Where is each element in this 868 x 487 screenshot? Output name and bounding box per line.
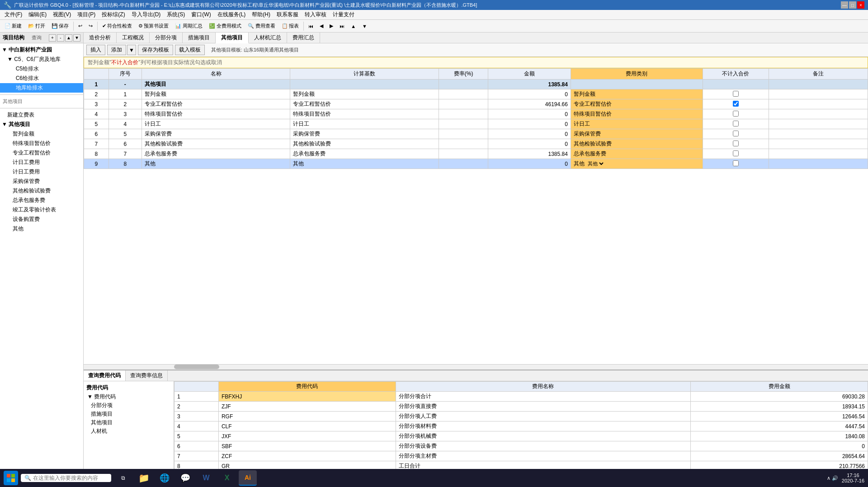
toolbar-full-fee[interactable]: 💹 全费用模式 — [206, 21, 244, 31]
menu-project[interactable]: 项目(P) — [75, 10, 98, 19]
notinclude-checkbox[interactable] — [733, 111, 739, 117]
tree-node-new-fee[interactable]: 新建立费表 — [0, 110, 83, 120]
toolbar-next-next[interactable]: ⏭ — [337, 22, 347, 30]
tree-node-daywork[interactable]: 计日工费用 — [0, 158, 83, 167]
tab-fee-summary[interactable]: 费用汇总 — [287, 33, 320, 43]
menu-importexport[interactable]: 导入导出(D) — [129, 10, 164, 19]
toolbar-next[interactable]: ▶ — [327, 22, 336, 30]
tree-node-test-fee[interactable]: 其他检验试验费 — [0, 186, 83, 196]
toolbar-prev[interactable]: ◀ — [317, 22, 326, 30]
cell-notinclude[interactable] — [703, 139, 769, 149]
tree-node-c5c6[interactable]: ▼ C5、C6厂房及地库 — [0, 55, 83, 64]
tab-cost-analysis[interactable]: 造价分析 — [84, 33, 117, 43]
menu-edit[interactable]: 编辑(E) — [26, 10, 49, 19]
cell-category[interactable]: 采购保管费 — [571, 129, 703, 139]
toolbar-up[interactable]: ▲ — [348, 22, 359, 30]
up-btn[interactable]: ▲ — [65, 34, 72, 42]
notinclude-checkbox[interactable] — [733, 131, 739, 136]
notinclude-checkbox[interactable] — [733, 160, 739, 166]
close-button[interactable]: × — [857, 1, 864, 9]
taskbar-wechat[interactable]: 💬 — [176, 471, 194, 485]
menu-online[interactable]: 在线服务(L) — [215, 10, 249, 19]
horizontal-scrollbar[interactable] — [84, 364, 868, 370]
menu-file[interactable]: 文件(F) — [2, 10, 25, 19]
toolbar-report[interactable]: 📋 报表 — [279, 21, 302, 31]
fee-tree-root[interactable]: ▼ 费用代码 — [85, 393, 172, 401]
notinclude-checkbox[interactable] — [733, 140, 739, 146]
tree-node-completion[interactable]: 竣工及零验计价表 — [0, 205, 83, 215]
add-arrow[interactable]: ▼ — [127, 45, 136, 55]
notinclude-checkbox[interactable] — [733, 91, 739, 97]
tree-node-root[interactable]: ▼ 中白新材料产业园 — [0, 45, 83, 55]
toolbar-new[interactable]: 📄新建 — [2, 21, 24, 31]
toolbar-budget-settings[interactable]: ⚙ 预算书设置 — [136, 21, 171, 31]
category-dropdown[interactable]: 其他 — [586, 160, 605, 167]
taskbar-fileexplorer[interactable]: 📁 — [135, 471, 153, 485]
taskbar-excel[interactable]: X — [218, 471, 236, 485]
tree-node-equipment[interactable]: 设备购置费 — [0, 215, 83, 224]
start-button[interactable] — [4, 471, 18, 485]
tab-query-fee-code[interactable]: 查询费用代码 — [84, 370, 126, 381]
cell-category[interactable]: 专业工程暂估价 — [571, 99, 703, 109]
load-template-btn[interactable]: 载入模板 — [175, 45, 205, 55]
cell-category[interactable]: 其他 其他 — [571, 159, 703, 169]
collapse-btn[interactable]: - — [57, 34, 64, 42]
cell-notinclude[interactable] — [703, 129, 769, 139]
taskbar-gbq[interactable]: Ai — [239, 470, 257, 486]
toolbar-open[interactable]: 📂打开 — [25, 21, 48, 31]
tab-labor-material[interactable]: 人材机汇总 — [249, 33, 287, 43]
taskbar-word[interactable]: W — [197, 471, 215, 485]
down-btn[interactable]: ▼ — [73, 34, 80, 42]
tab-query-fee-rate[interactable]: 查询费率信息 — [126, 370, 168, 381]
toolbar-period-summary[interactable]: 📊 周期汇总 — [172, 21, 205, 31]
cell-notinclude[interactable] — [703, 99, 769, 109]
tab-measures[interactable]: 措施项目 — [183, 33, 216, 43]
tree-node-c5drain[interactable]: C5给排水 — [0, 64, 83, 74]
save-template-btn[interactable]: 保存为模板 — [138, 45, 173, 55]
tree-node-general-contract[interactable]: 总承包服务费 — [0, 196, 83, 205]
tree-node-other-item[interactable]: 其他 — [0, 224, 83, 234]
cell-category[interactable]: 其他检验试验费 — [571, 139, 703, 149]
fee-tree-measures[interactable]: 措施项目 — [85, 410, 172, 418]
notinclude-checkbox[interactable] — [733, 121, 739, 126]
tree-node-c6drain[interactable]: C6给排水 — [0, 74, 83, 83]
fee-tree-labor[interactable]: 人材机 — [85, 427, 172, 435]
minimize-button[interactable]: — — [841, 1, 848, 9]
notinclude-checkbox[interactable] — [733, 150, 739, 156]
toolbar-down[interactable]: ▼ — [359, 22, 370, 30]
menu-window[interactable]: 窗口(W) — [189, 10, 213, 19]
insert-btn[interactable]: 插入 — [86, 45, 105, 55]
maximize-button[interactable]: □ — [849, 1, 856, 9]
tree-node-special-est[interactable]: 特殊项目暂估价 — [0, 139, 83, 148]
cell-notinclude[interactable] — [703, 149, 769, 159]
toolbar-undo[interactable]: ↩ — [75, 22, 85, 30]
tree-node-pro-est[interactable]: 专业工程暂估价 — [0, 148, 83, 158]
menu-tender[interactable]: 投标综(Z) — [99, 10, 127, 19]
toolbar-compliance[interactable]: ✔ 符合性检查 — [99, 21, 135, 31]
tab-project-overview[interactable]: 工程概况 — [117, 33, 150, 43]
menu-review[interactable]: 转入审核 — [302, 10, 329, 19]
cell-category[interactable]: 计日工 — [571, 119, 703, 129]
taskbar-edge[interactable]: 🌐 — [156, 471, 174, 485]
cell-notinclude[interactable] — [703, 119, 769, 129]
toolbar-save[interactable]: 💾保存 — [49, 21, 71, 31]
expand-btn[interactable]: + — [49, 34, 56, 42]
tab-sections[interactable]: 分部分项 — [150, 33, 183, 43]
menu-view[interactable]: 视图(V) — [50, 10, 74, 19]
fee-tree-sections[interactable]: 分部分项 — [85, 401, 172, 410]
scrollbar-thumb[interactable] — [174, 365, 219, 369]
toolbar-redo[interactable]: ↪ — [86, 22, 95, 30]
cell-category[interactable]: 总承包服务费 — [571, 149, 703, 159]
menu-contact[interactable]: 联系客服 — [274, 10, 301, 19]
notinclude-checkbox[interactable] — [733, 101, 739, 107]
taskbar-taskview[interactable]: ⧉ — [114, 471, 132, 485]
menu-measure[interactable]: 计量支付 — [330, 10, 357, 19]
cell-category[interactable]: 特殊项目暂估价 — [571, 109, 703, 119]
menu-system[interactable]: 系统(S) — [164, 10, 188, 19]
fee-tree-other[interactable]: 其他项目 — [85, 418, 172, 427]
toolbar-fee-view[interactable]: 🔍 费用查看 — [245, 21, 278, 31]
cell-notinclude[interactable] — [703, 159, 769, 169]
toolbar-prev-prev[interactable]: ⏮ — [306, 22, 316, 30]
taskbar-search[interactable]: 🔍 — [21, 474, 111, 482]
tree-node-provisional[interactable]: 暂列金额 — [0, 129, 83, 139]
